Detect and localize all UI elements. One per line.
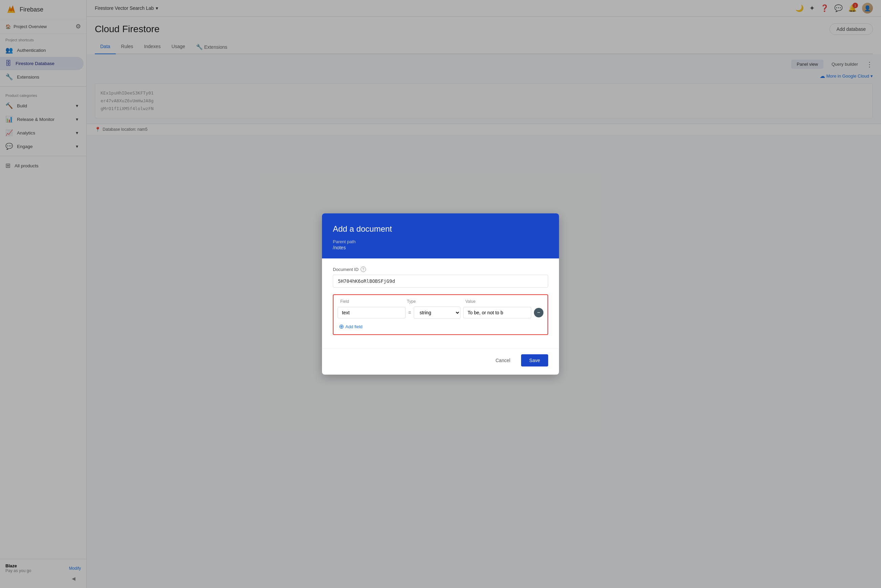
field-name-input[interactable] xyxy=(337,307,406,318)
parent-path-label: Parent path xyxy=(333,239,548,244)
doc-id-label: Document ID xyxy=(333,267,358,272)
doc-id-row: Document ID ? xyxy=(333,267,548,272)
value-col-header: Value xyxy=(466,299,544,304)
add-document-dialog: Add a document Parent path /notes Docume… xyxy=(322,213,559,375)
field-col-header: Field xyxy=(340,299,399,304)
dialog-body: Document ID ? Field Type Value = string xyxy=(322,258,559,348)
fields-section: Field Type Value = string number boolean… xyxy=(333,294,548,335)
dialog-footer: Cancel Save xyxy=(322,348,559,375)
parent-path-value: /notes xyxy=(333,245,548,250)
equals-sign: = xyxy=(408,310,411,315)
cancel-button[interactable]: Cancel xyxy=(488,354,517,366)
minus-icon: − xyxy=(537,310,540,316)
type-select[interactable]: string number boolean map array null tim… xyxy=(414,306,460,319)
add-field-icon: ⊕ xyxy=(339,323,344,330)
add-field-button[interactable]: ⊕ Add field xyxy=(339,323,544,330)
dialog-title: Add a document xyxy=(333,224,548,234)
dialog-overlay[interactable]: Add a document Parent path /notes Docume… xyxy=(0,0,881,588)
type-col-header: Type xyxy=(407,299,466,304)
doc-id-input[interactable] xyxy=(333,275,548,288)
fields-header: Field Type Value xyxy=(337,299,544,304)
save-button[interactable]: Save xyxy=(521,354,548,366)
dialog-header: Add a document Parent path /notes xyxy=(322,213,559,258)
remove-field-button[interactable]: − xyxy=(534,308,544,317)
add-field-label: Add field xyxy=(345,324,363,329)
doc-id-help-icon[interactable]: ? xyxy=(361,267,366,272)
field-value-input[interactable] xyxy=(463,307,531,318)
field-entry-0: = string number boolean map array null t… xyxy=(337,306,544,319)
